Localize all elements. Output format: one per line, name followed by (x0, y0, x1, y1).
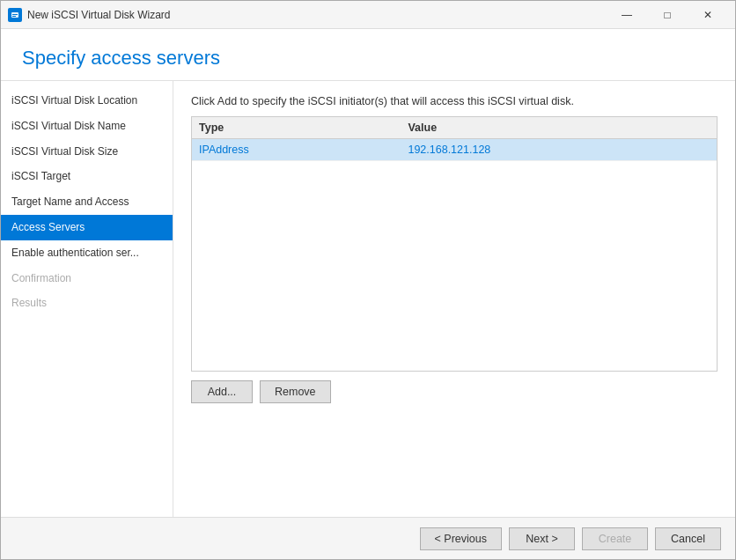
sidebar-item-iscsi-name[interactable]: iSCSI Virtual Disk Name (1, 114, 173, 139)
svg-rect-1 (12, 14, 18, 15)
sidebar: iSCSI Virtual Disk LocationiSCSI Virtual… (1, 81, 173, 517)
main-content: Click Add to specify the iSCSI initiator… (173, 81, 735, 517)
header-section: Specify access servers (1, 29, 735, 81)
cell-value: 192.168.121.128 (401, 139, 717, 161)
sidebar-item-results: Results (1, 291, 173, 316)
sidebar-item-target-name-access[interactable]: Target Name and Access (1, 189, 173, 215)
sidebar-item-iscsi-location[interactable]: iSCSI Virtual Disk Location (1, 88, 173, 114)
close-button[interactable]: ✕ (688, 1, 728, 29)
next-button[interactable]: Next > (509, 527, 575, 550)
create-button: Create (582, 527, 648, 550)
wizard-window: New iSCSI Virtual Disk Wizard — □ ✕ Spec… (0, 0, 736, 560)
right-panel: Click Add to specify the iSCSI initiator… (173, 81, 735, 517)
minimize-button[interactable]: — (607, 1, 647, 29)
sidebar-item-confirmation: Confirmation (1, 266, 173, 291)
instruction-text: Click Add to specify the iSCSI initiator… (191, 95, 718, 107)
col-value: Value (401, 117, 717, 139)
sidebar-item-enable-auth[interactable]: Enable authentication ser... (1, 240, 173, 266)
title-bar-controls: — □ ✕ (607, 1, 728, 29)
title-bar-left: New iSCSI Virtual Disk Wizard (8, 8, 170, 22)
sidebar-item-iscsi-target[interactable]: iSCSI Target (1, 164, 173, 189)
sidebar-item-iscsi-size[interactable]: iSCSI Virtual Disk Size (1, 139, 173, 165)
add-button[interactable]: Add... (191, 380, 253, 403)
previous-button[interactable]: < Previous (420, 527, 502, 550)
app-icon (8, 8, 22, 22)
page-title: Specify access servers (22, 47, 714, 70)
main-layout: iSCSI Virtual Disk LocationiSCSI Virtual… (1, 81, 735, 517)
col-type: Type (192, 117, 401, 139)
remove-button[interactable]: Remove (260, 380, 331, 403)
svg-rect-2 (12, 16, 16, 17)
sidebar-item-access-servers[interactable]: Access Servers (1, 215, 173, 240)
cell-type: IPAddress (192, 139, 401, 161)
table-row[interactable]: IPAddress192.168.121.128 (192, 139, 717, 161)
window-title: New iSCSI Virtual Disk Wizard (27, 9, 170, 21)
action-buttons: Add... Remove (191, 380, 718, 403)
servers-table-container[interactable]: Type Value IPAddress192.168.121.128 (191, 116, 718, 372)
cancel-button[interactable]: Cancel (655, 527, 721, 550)
servers-table: Type Value IPAddress192.168.121.128 (192, 117, 717, 161)
footer: < Previous Next > Create Cancel (1, 517, 735, 559)
maximize-button[interactable]: □ (647, 1, 688, 29)
title-bar: New iSCSI Virtual Disk Wizard — □ ✕ (1, 1, 735, 29)
